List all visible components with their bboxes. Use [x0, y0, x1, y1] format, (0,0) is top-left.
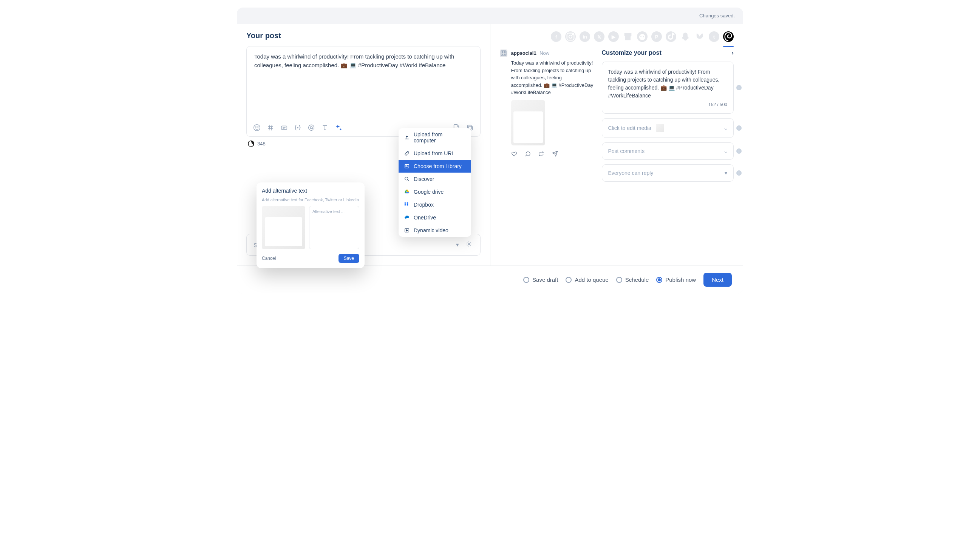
- schedule-option[interactable]: Schedule: [616, 276, 649, 283]
- tumblr-icon[interactable]: t: [709, 31, 719, 42]
- publish-footer: Save draft Add to queue Schedule Publish…: [237, 266, 743, 293]
- svg-point-0: [254, 125, 260, 131]
- linkedin-icon[interactable]: in: [579, 31, 590, 42]
- upload-from-url[interactable]: Upload from URL: [399, 147, 471, 160]
- next-button[interactable]: Next: [704, 273, 732, 287]
- chevron-down-icon: ▾: [456, 241, 459, 248]
- svg-point-14: [572, 34, 573, 35]
- post-editor[interactable]: Today was a whirlwind of productivity! F…: [246, 46, 480, 137]
- svg-point-17: [643, 36, 644, 37]
- alt-dialog-title: Add alternative text: [262, 188, 359, 194]
- add-to-queue-option[interactable]: Add to queue: [566, 276, 608, 283]
- upload-source-menu: Upload from computer Upload from URL Cho…: [399, 128, 471, 237]
- svg-rect-20: [504, 52, 505, 53]
- info-icon[interactable]: i: [736, 85, 742, 90]
- threads-icon[interactable]: [723, 31, 734, 42]
- gdrive-icon: [404, 189, 410, 195]
- quote-icon[interactable]: [280, 124, 288, 132]
- like-icon[interactable]: [511, 150, 517, 157]
- x-twitter-icon[interactable]: 𝕏: [594, 31, 604, 42]
- reddit-icon[interactable]: [637, 31, 647, 42]
- svg-point-13: [569, 35, 572, 38]
- caret-down-icon: ▾: [725, 170, 727, 176]
- labels-settings-icon[interactable]: [464, 240, 473, 250]
- info-icon[interactable]: i: [736, 149, 742, 154]
- pinterest-icon[interactable]: P: [651, 31, 662, 42]
- svg-point-15: [639, 34, 645, 40]
- tiktok-icon[interactable]: [665, 31, 676, 42]
- preview-actions: [511, 150, 594, 157]
- svg-rect-7: [405, 164, 409, 168]
- post-comments-row[interactable]: Post comments ⌵ i: [602, 142, 734, 160]
- image-icon: [404, 163, 410, 169]
- post-preview: appsocial1 Now Today was a whirlwind of …: [500, 50, 594, 186]
- search-icon: [404, 176, 410, 182]
- alt-cancel-button[interactable]: Cancel: [262, 256, 276, 261]
- instagram-icon[interactable]: [565, 31, 576, 42]
- ai-assist-icon[interactable]: [334, 124, 343, 132]
- preview-avatar-icon: [500, 50, 507, 57]
- video-icon: [404, 227, 410, 233]
- emoji-icon[interactable]: [253, 124, 261, 132]
- dynamic-video[interactable]: Dynamic video: [399, 224, 471, 237]
- threads-badge-icon: [248, 141, 254, 147]
- svg-rect-21: [502, 54, 503, 55]
- onedrive-icon: [404, 215, 410, 221]
- gmb-icon[interactable]: [622, 31, 633, 42]
- repost-icon[interactable]: [538, 150, 545, 157]
- svg-point-1: [255, 127, 256, 127]
- facebook-icon[interactable]: f: [551, 31, 561, 42]
- publish-now-option[interactable]: Publish now: [656, 276, 696, 283]
- svg-point-11: [468, 243, 470, 245]
- char-count: 348: [257, 141, 266, 147]
- text-format-icon[interactable]: [321, 124, 329, 132]
- discover[interactable]: Discover: [399, 173, 471, 185]
- your-post-title: Your post: [246, 31, 480, 40]
- mention-icon[interactable]: [307, 124, 315, 132]
- chevron-down-icon: ⌵: [724, 125, 727, 131]
- alt-text-input[interactable]: Alternative text ...: [309, 206, 359, 249]
- reply-settings-row[interactable]: Everyone can reply ▾ i: [602, 164, 734, 182]
- status-saved: Changes saved.: [237, 8, 743, 24]
- preview-text: Today was a whirlwind of productivity! F…: [511, 59, 594, 96]
- info-icon[interactable]: i: [736, 170, 742, 175]
- alt-text-dialog: Add alternative text Add alternative tex…: [257, 182, 364, 268]
- preview-image: [511, 100, 545, 146]
- save-draft-option[interactable]: Save draft: [523, 276, 558, 283]
- svg-rect-22: [504, 54, 505, 55]
- comment-icon[interactable]: [525, 150, 531, 157]
- edit-media-row[interactable]: Click to edit media ⌵ i: [602, 118, 734, 138]
- google-drive[interactable]: Google drive: [399, 185, 471, 198]
- chevron-right-icon: ›: [732, 50, 734, 56]
- hashtag-icon[interactable]: [267, 124, 275, 132]
- svg-rect-19: [502, 52, 503, 53]
- customize-char-counter: 152 / 500: [608, 102, 728, 107]
- chevron-down-icon: ⌵: [724, 148, 727, 154]
- variable-icon[interactable]: [293, 124, 302, 132]
- choose-from-library[interactable]: Choose from Library: [399, 160, 471, 173]
- youtube-icon[interactable]: ▶: [608, 31, 619, 42]
- svg-point-2: [258, 127, 258, 127]
- alt-save-button[interactable]: Save: [338, 254, 359, 263]
- preview-username: appsocial1: [511, 50, 536, 56]
- share-icon[interactable]: [552, 150, 558, 157]
- media-thumb: [656, 124, 664, 132]
- customize-text-box[interactable]: Today was a whirlwind of productivity! F…: [602, 61, 734, 114]
- info-icon[interactable]: i: [736, 126, 742, 131]
- svg-point-16: [641, 36, 642, 37]
- snapchat-icon[interactable]: [680, 31, 690, 42]
- customize-text[interactable]: Today was a whirlwind of productivity! F…: [608, 68, 728, 100]
- link-icon: [404, 150, 410, 156]
- bluesky-icon[interactable]: [694, 31, 705, 42]
- alt-thumbnail: [262, 206, 305, 249]
- post-content[interactable]: Today was a whirlwind of productivity! F…: [247, 46, 480, 76]
- preview-time: Now: [540, 50, 549, 56]
- alt-dialog-hint: Add alternative text for Facebook, Twitt…: [262, 198, 359, 202]
- upload-icon: [404, 134, 410, 141]
- dropbox[interactable]: Dropbox: [399, 198, 471, 211]
- social-network-tabs: f in 𝕏 ▶ P t: [500, 31, 734, 42]
- customize-header[interactable]: Customize your post ›: [602, 50, 734, 56]
- dropbox-icon: [404, 202, 410, 208]
- onedrive[interactable]: OneDrive: [399, 211, 471, 224]
- upload-from-computer[interactable]: Upload from computer: [399, 128, 471, 147]
